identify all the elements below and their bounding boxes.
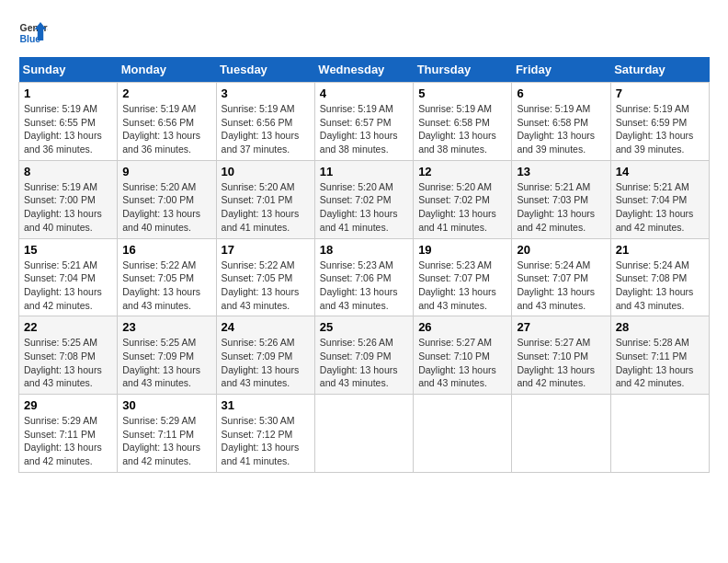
calendar-cell: 10Sunrise: 5:20 AM Sunset: 7:01 PM Dayli… [216, 160, 314, 238]
calendar-cell: 30Sunrise: 5:29 AM Sunset: 7:11 PM Dayli… [118, 395, 216, 473]
calendar-week-4: 22Sunrise: 5:25 AM Sunset: 7:08 PM Dayli… [19, 316, 710, 395]
day-number: 21 [616, 243, 704, 257]
day-info: Sunrise: 5:24 AM Sunset: 7:07 PM Dayligh… [517, 259, 605, 313]
logo: General Blue [18, 18, 48, 48]
calendar-week-5: 29Sunrise: 5:29 AM Sunset: 7:11 PM Dayli… [19, 395, 710, 473]
calendar-cell: 11Sunrise: 5:20 AM Sunset: 7:02 PM Dayli… [314, 160, 413, 238]
calendar-cell [314, 395, 413, 473]
calendar-cell: 8Sunrise: 5:19 AM Sunset: 7:00 PM Daylig… [19, 160, 118, 238]
day-number: 11 [320, 165, 408, 178]
calendar-cell: 29Sunrise: 5:29 AM Sunset: 7:11 PM Dayli… [19, 395, 118, 473]
calendar-table: SundayMondayTuesdayWednesdayThursdayFrid… [18, 57, 710, 473]
day-info: Sunrise: 5:21 AM Sunset: 7:04 PM Dayligh… [616, 180, 704, 235]
day-number: 22 [24, 320, 112, 334]
day-info: Sunrise: 5:19 AM Sunset: 7:00 PM Dayligh… [24, 180, 112, 235]
calendar-cell: 18Sunrise: 5:23 AM Sunset: 7:06 PM Dayli… [314, 238, 413, 316]
day-info: Sunrise: 5:23 AM Sunset: 7:06 PM Dayligh… [320, 259, 408, 313]
calendar-cell: 9Sunrise: 5:20 AM Sunset: 7:00 PM Daylig… [118, 160, 216, 238]
calendar-cell: 31Sunrise: 5:30 AM Sunset: 7:12 PM Dayli… [216, 395, 314, 473]
calendar-cell: 20Sunrise: 5:24 AM Sunset: 7:07 PM Dayli… [512, 238, 610, 316]
calendar-cell: 6Sunrise: 5:19 AM Sunset: 6:58 PM Daylig… [512, 83, 610, 161]
calendar-cell [610, 395, 709, 473]
day-info: Sunrise: 5:20 AM Sunset: 7:02 PM Dayligh… [320, 180, 408, 235]
calendar-cell [512, 395, 610, 473]
day-number: 13 [517, 165, 605, 178]
calendar-cell: 3Sunrise: 5:19 AM Sunset: 6:56 PM Daylig… [216, 83, 314, 161]
day-info: Sunrise: 5:27 AM Sunset: 7:10 PM Dayligh… [418, 336, 506, 390]
day-number: 28 [616, 320, 704, 334]
day-info: Sunrise: 5:23 AM Sunset: 7:07 PM Dayligh… [418, 259, 506, 313]
day-number: 19 [418, 243, 506, 257]
weekday-header-wednesday: Wednesday [314, 57, 413, 83]
day-number: 16 [122, 243, 210, 257]
day-info: Sunrise: 5:25 AM Sunset: 7:08 PM Dayligh… [24, 336, 112, 390]
day-info: Sunrise: 5:19 AM Sunset: 6:58 PM Dayligh… [418, 102, 506, 156]
calendar-cell: 26Sunrise: 5:27 AM Sunset: 7:10 PM Dayli… [414, 316, 512, 395]
day-number: 24 [222, 320, 310, 334]
day-info: Sunrise: 5:20 AM Sunset: 7:01 PM Dayligh… [222, 180, 310, 235]
calendar-cell: 21Sunrise: 5:24 AM Sunset: 7:08 PM Dayli… [610, 238, 709, 316]
calendar-cell: 23Sunrise: 5:25 AM Sunset: 7:09 PM Dayli… [118, 316, 216, 395]
calendar-cell [414, 395, 512, 473]
day-number: 5 [418, 86, 506, 100]
day-number: 2 [122, 86, 210, 100]
weekday-header-friday: Friday [512, 57, 610, 83]
calendar-cell: 28Sunrise: 5:28 AM Sunset: 7:11 PM Dayli… [610, 316, 709, 395]
calendar-cell: 2Sunrise: 5:19 AM Sunset: 6:56 PM Daylig… [118, 83, 216, 161]
day-number: 17 [222, 243, 310, 257]
day-info: Sunrise: 5:27 AM Sunset: 7:10 PM Dayligh… [517, 336, 605, 390]
calendar-cell: 7Sunrise: 5:19 AM Sunset: 6:59 PM Daylig… [610, 83, 709, 161]
calendar-cell: 4Sunrise: 5:19 AM Sunset: 6:57 PM Daylig… [314, 83, 413, 161]
weekday-header-row: SundayMondayTuesdayWednesdayThursdayFrid… [19, 57, 710, 83]
day-number: 12 [418, 165, 506, 178]
day-number: 7 [616, 86, 704, 100]
calendar-cell: 12Sunrise: 5:20 AM Sunset: 7:02 PM Dayli… [414, 160, 512, 238]
day-info: Sunrise: 5:19 AM Sunset: 6:58 PM Dayligh… [517, 102, 605, 156]
day-number: 25 [320, 320, 408, 334]
day-info: Sunrise: 5:21 AM Sunset: 7:04 PM Dayligh… [24, 259, 112, 313]
calendar-cell: 16Sunrise: 5:22 AM Sunset: 7:05 PM Dayli… [118, 238, 216, 316]
day-info: Sunrise: 5:26 AM Sunset: 7:09 PM Dayligh… [320, 336, 408, 390]
calendar-cell: 5Sunrise: 5:19 AM Sunset: 6:58 PM Daylig… [414, 83, 512, 161]
calendar-cell: 17Sunrise: 5:22 AM Sunset: 7:05 PM Dayli… [216, 238, 314, 316]
day-info: Sunrise: 5:29 AM Sunset: 7:11 PM Dayligh… [24, 414, 112, 468]
day-number: 9 [122, 165, 210, 178]
day-info: Sunrise: 5:20 AM Sunset: 7:00 PM Dayligh… [122, 180, 210, 235]
weekday-header-saturday: Saturday [610, 57, 709, 83]
day-info: Sunrise: 5:19 AM Sunset: 6:56 PM Dayligh… [222, 102, 310, 156]
day-number: 31 [222, 398, 310, 412]
calendar-cell: 13Sunrise: 5:21 AM Sunset: 7:03 PM Dayli… [512, 160, 610, 238]
day-number: 23 [122, 320, 210, 334]
day-info: Sunrise: 5:19 AM Sunset: 6:59 PM Dayligh… [616, 102, 704, 156]
calendar-cell: 24Sunrise: 5:26 AM Sunset: 7:09 PM Dayli… [216, 316, 314, 395]
day-number: 30 [122, 398, 210, 412]
calendar-cell: 19Sunrise: 5:23 AM Sunset: 7:07 PM Dayli… [414, 238, 512, 316]
page-header: General Blue [18, 18, 710, 48]
calendar-week-3: 15Sunrise: 5:21 AM Sunset: 7:04 PM Dayli… [19, 238, 710, 316]
logo-icon: General Blue [18, 18, 48, 48]
day-info: Sunrise: 5:20 AM Sunset: 7:02 PM Dayligh… [418, 180, 506, 235]
weekday-header-thursday: Thursday [414, 57, 512, 83]
weekday-header-sunday: Sunday [19, 57, 118, 83]
calendar-cell: 22Sunrise: 5:25 AM Sunset: 7:08 PM Dayli… [19, 316, 118, 395]
day-info: Sunrise: 5:19 AM Sunset: 6:56 PM Dayligh… [122, 102, 210, 156]
day-info: Sunrise: 5:29 AM Sunset: 7:11 PM Dayligh… [122, 414, 210, 468]
day-info: Sunrise: 5:28 AM Sunset: 7:11 PM Dayligh… [616, 336, 704, 390]
day-info: Sunrise: 5:19 AM Sunset: 6:57 PM Dayligh… [320, 102, 408, 156]
day-number: 10 [222, 165, 310, 178]
day-number: 14 [616, 165, 704, 178]
day-info: Sunrise: 5:22 AM Sunset: 7:05 PM Dayligh… [122, 259, 210, 313]
day-number: 20 [517, 243, 605, 257]
day-info: Sunrise: 5:19 AM Sunset: 6:55 PM Dayligh… [24, 102, 112, 156]
calendar-cell: 1Sunrise: 5:19 AM Sunset: 6:55 PM Daylig… [19, 83, 118, 161]
calendar-cell: 15Sunrise: 5:21 AM Sunset: 7:04 PM Dayli… [19, 238, 118, 316]
day-number: 1 [24, 86, 112, 100]
day-number: 6 [517, 86, 605, 100]
day-info: Sunrise: 5:22 AM Sunset: 7:05 PM Dayligh… [222, 259, 310, 313]
weekday-header-tuesday: Tuesday [216, 57, 314, 83]
day-info: Sunrise: 5:26 AM Sunset: 7:09 PM Dayligh… [222, 336, 310, 390]
day-info: Sunrise: 5:25 AM Sunset: 7:09 PM Dayligh… [122, 336, 210, 390]
calendar-cell: 27Sunrise: 5:27 AM Sunset: 7:10 PM Dayli… [512, 316, 610, 395]
weekday-header-monday: Monday [118, 57, 216, 83]
day-number: 15 [24, 243, 112, 257]
